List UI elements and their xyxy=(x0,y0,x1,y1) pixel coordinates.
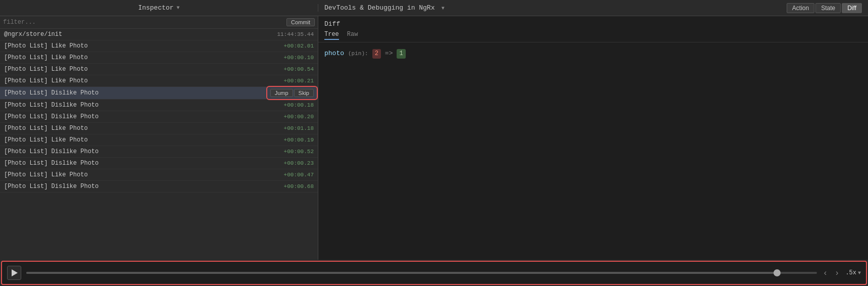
action-item[interactable]: [Photo List] Like Photo +00:02.01 xyxy=(0,40,318,52)
action-name: [Photo List] Like Photo xyxy=(4,125,280,132)
action-time: +00:00.21 xyxy=(284,78,314,84)
action-name: [Photo List] Dislike Photo xyxy=(4,148,280,155)
action-name: [Photo List] Like Photo xyxy=(4,77,280,84)
action-time: +00:00.52 xyxy=(284,149,314,155)
action-item[interactable]: @ngrx/store/init 11:44:35.44 xyxy=(0,29,318,40)
action-item[interactable]: [Photo List] Like Photo +00:00.54 xyxy=(0,64,318,75)
action-name: [Photo List] Like Photo xyxy=(4,42,280,50)
action-item[interactable]: [Photo List] Like Photo +00:00.19 xyxy=(0,134,318,146)
action-name: [Photo List] Like Photo xyxy=(4,54,280,61)
action-item[interactable]: [Photo List] Dislike Photo +00:00.20 xyxy=(0,111,318,123)
timeline-fill xyxy=(26,272,777,274)
action-name: [Photo List] Dislike Photo xyxy=(4,160,280,167)
tab-diff[interactable]: Diff xyxy=(842,3,862,13)
action-item[interactable]: [Photo List] Dislike Photo +00:00.68 xyxy=(0,181,318,193)
action-item[interactable]: [Photo List] Like Photo +00:00.47 xyxy=(0,169,318,181)
action-item[interactable]: [Photo List] Like Photo +00:00.10 xyxy=(0,52,318,64)
play-icon xyxy=(12,269,18,276)
tab-state[interactable]: State xyxy=(815,3,841,13)
action-time: +00:00.10 xyxy=(284,55,314,61)
action-name: [Photo List] Dislike Photo xyxy=(4,89,270,97)
diff-label: Diff xyxy=(324,20,862,28)
diff-new-value: 1 xyxy=(397,49,405,59)
diff-type: (pin): xyxy=(348,50,368,59)
action-time: +00:00.23 xyxy=(284,160,314,166)
diff-old-value: 2 xyxy=(372,49,381,59)
view-tabs: Action State Diff xyxy=(787,3,862,13)
action-name: [Photo List] Dislike Photo xyxy=(4,183,280,190)
timeline-track[interactable] xyxy=(26,272,817,274)
diff-line: photo (pin): 2 => 1 xyxy=(324,49,862,59)
devtools-header: DevTools & Debugging in NgRx ▼ Action St… xyxy=(318,3,868,13)
view-tab-raw[interactable]: Raw xyxy=(347,31,358,40)
filter-bar: Commit xyxy=(0,16,318,29)
action-time: +00:00.54 xyxy=(284,66,314,72)
main-content: Commit @ngrx/store/init 11:44:35.44 [Pho… xyxy=(0,16,868,260)
speed-label: .5x xyxy=(845,269,856,276)
diff-arrow: => xyxy=(385,49,393,59)
action-time: +00:00.18 xyxy=(284,102,314,108)
action-item[interactable]: [Photo List] Dislike Photo +00:00.23 xyxy=(0,158,318,169)
skip-button[interactable]: Skip xyxy=(294,89,314,97)
action-item[interactable]: [Photo List] Like Photo +00:00.21 xyxy=(0,75,318,87)
devtools-dropdown-icon[interactable]: ▼ xyxy=(442,6,445,11)
action-time: +00:00.47 xyxy=(284,172,314,178)
action-item[interactable]: [Photo List] Like Photo +00:01.18 xyxy=(0,123,318,134)
speed-dropdown-icon: ▼ xyxy=(858,270,861,276)
action-time: +00:00.20 xyxy=(284,114,314,120)
action-name: [Photo List] Like Photo xyxy=(4,171,280,178)
jump-button[interactable]: Jump xyxy=(270,89,293,97)
timeline-thumb[interactable] xyxy=(774,269,781,276)
commit-button[interactable]: Commit xyxy=(286,18,315,26)
action-time: +00:02.01 xyxy=(284,43,314,49)
view-tab-tree[interactable]: Tree xyxy=(324,31,339,40)
prev-button[interactable]: ‹ xyxy=(822,269,829,277)
right-panel: Diff Tree Raw photo (pin): 2 => 1 xyxy=(318,16,868,260)
diff-content: photo (pin): 2 => 1 xyxy=(318,42,868,260)
diff-header: Diff Tree Raw xyxy=(318,16,868,42)
top-bar: Inspector ▼ DevTools & Debugging in NgRx… xyxy=(0,0,868,16)
action-name: [Photo List] Dislike Photo xyxy=(4,102,280,109)
action-time: +00:00.68 xyxy=(284,183,314,189)
action-item[interactable]: [Photo List] Dislike Photo +00:00.52 xyxy=(0,146,318,158)
devtools-title: DevTools & Debugging in NgRx xyxy=(324,4,435,12)
speed-selector[interactable]: .5x ▼ xyxy=(845,269,861,276)
filter-input[interactable] xyxy=(3,19,283,26)
diff-key: photo xyxy=(324,49,344,59)
action-item[interactable]: [Photo List] Dislike Photo +00:00.18 xyxy=(0,100,318,111)
action-time: 11:44:35.44 xyxy=(277,31,314,37)
action-name: [Photo List] Dislike Photo xyxy=(4,113,280,120)
inspector-dropdown-icon[interactable]: ▼ xyxy=(177,5,180,11)
next-button[interactable]: › xyxy=(834,269,840,277)
playback-bar: ‹ › .5x ▼ xyxy=(1,261,867,285)
tab-action[interactable]: Action xyxy=(787,3,814,13)
inspector-header: Inspector ▼ xyxy=(0,4,318,12)
inspector-title: Inspector xyxy=(138,4,173,12)
action-name: [Photo List] Like Photo xyxy=(4,136,280,144)
action-name: [Photo List] Like Photo xyxy=(4,66,280,73)
jump-skip-container: Jump Skip xyxy=(270,89,314,97)
action-list: @ngrx/store/init 11:44:35.44 [Photo List… xyxy=(0,29,318,260)
action-name: @ngrx/store/init xyxy=(4,31,273,38)
play-button[interactable] xyxy=(7,266,21,280)
action-time: +00:01.18 xyxy=(284,125,314,131)
action-time: +00:00.19 xyxy=(284,137,314,143)
action-item-selected[interactable]: [Photo List] Dislike Photo Jump Skip xyxy=(0,87,318,100)
left-panel: Commit @ngrx/store/init 11:44:35.44 [Pho… xyxy=(0,16,318,260)
devtools-title-area: DevTools & Debugging in NgRx ▼ xyxy=(324,4,445,12)
view-tabs-container: Tree Raw xyxy=(324,31,862,40)
